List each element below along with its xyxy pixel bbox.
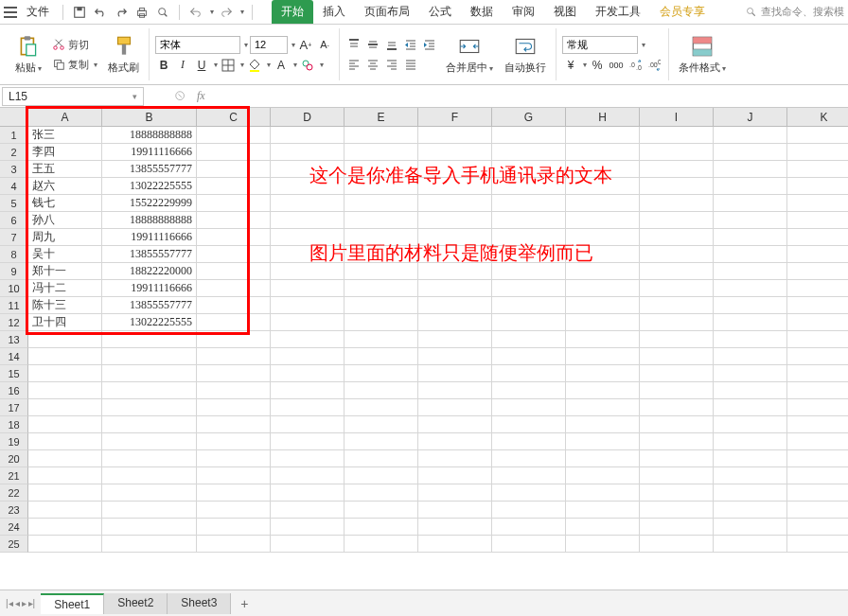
- cell-F12[interactable]: [418, 314, 492, 331]
- cell-B12[interactable]: 13022225555: [102, 314, 197, 331]
- cell-D15[interactable]: [271, 365, 344, 382]
- align-top-icon[interactable]: [345, 36, 362, 53]
- add-sheet-button[interactable]: +: [231, 596, 257, 611]
- cell-E10[interactable]: [344, 280, 418, 297]
- cell-G21[interactable]: [492, 467, 566, 484]
- col-header-D[interactable]: D: [271, 108, 344, 127]
- cell-K16[interactable]: [787, 382, 848, 399]
- cell-J23[interactable]: [714, 502, 787, 519]
- tab-开始[interactable]: 开始: [272, 0, 313, 24]
- sheet-prev-icon[interactable]: ◂: [15, 598, 20, 608]
- cell-D14[interactable]: [271, 348, 344, 365]
- row-header-17[interactable]: 17: [0, 399, 28, 416]
- bold-button[interactable]: B: [155, 57, 172, 74]
- cell-E5[interactable]: [344, 195, 418, 212]
- row-header-22[interactable]: 22: [0, 484, 28, 502]
- cell-H1[interactable]: [566, 127, 640, 144]
- cancel-fx-icon[interactable]: [174, 90, 187, 103]
- cell-B4[interactable]: 13022225555: [102, 178, 197, 195]
- row-header-15[interactable]: 15: [0, 365, 28, 382]
- cell-A13[interactable]: [28, 331, 102, 348]
- cell-A18[interactable]: [28, 416, 102, 433]
- cell-C16[interactable]: [197, 382, 271, 399]
- cell-K22[interactable]: [787, 484, 848, 502]
- cell-E13[interactable]: [344, 331, 418, 348]
- cell-E18[interactable]: [344, 416, 418, 433]
- cell-C17[interactable]: [197, 399, 271, 416]
- row-header-11[interactable]: 11: [0, 297, 28, 314]
- cell-F25[interactable]: [418, 536, 492, 553]
- paste-button[interactable]: 粘贴▾: [11, 32, 45, 77]
- row-header-5[interactable]: 5: [0, 195, 28, 212]
- cell-A17[interactable]: [28, 399, 102, 416]
- cell-H2[interactable]: [566, 144, 640, 161]
- cell-G20[interactable]: [492, 450, 566, 467]
- cell-F23[interactable]: [418, 502, 492, 519]
- cell-E1[interactable]: [344, 127, 418, 144]
- app-menu-icon[interactable]: [4, 7, 17, 18]
- cell-G13[interactable]: [492, 331, 566, 348]
- cell-K8[interactable]: [787, 246, 848, 263]
- cell-J12[interactable]: [714, 314, 787, 331]
- cell-F1[interactable]: [418, 127, 492, 144]
- row-header-9[interactable]: 9: [0, 263, 28, 280]
- cell-B24[interactable]: [102, 519, 197, 536]
- wrap-text-button[interactable]: 自动换行: [501, 32, 550, 77]
- align-center-icon[interactable]: [364, 56, 381, 73]
- row-header-16[interactable]: 16: [0, 382, 28, 399]
- sheet-first-icon[interactable]: |◂: [6, 598, 13, 608]
- cell-A6[interactable]: 孙八: [28, 212, 102, 229]
- cell-G10[interactable]: [492, 280, 566, 297]
- cell-H13[interactable]: [566, 331, 640, 348]
- tab-会员专享[interactable]: 会员专享: [650, 0, 715, 24]
- cell-K1[interactable]: [787, 127, 848, 144]
- cell-K19[interactable]: [787, 433, 848, 450]
- cell-G6[interactable]: [492, 212, 566, 229]
- row-header-21[interactable]: 21: [0, 467, 28, 484]
- cell-G11[interactable]: [492, 297, 566, 314]
- cell-F24[interactable]: [418, 519, 492, 536]
- cell-J21[interactable]: [714, 467, 787, 484]
- cell-K6[interactable]: [787, 212, 848, 229]
- cell-A12[interactable]: 卫十四: [28, 314, 102, 331]
- cell-D13[interactable]: [271, 331, 344, 348]
- cell-H18[interactable]: [566, 416, 640, 433]
- cell-B25[interactable]: [102, 536, 197, 553]
- cell-J22[interactable]: [714, 484, 787, 502]
- cell-E22[interactable]: [344, 484, 418, 502]
- cell-H17[interactable]: [566, 399, 640, 416]
- cell-C12[interactable]: [197, 314, 271, 331]
- cell-E2[interactable]: [344, 144, 418, 161]
- cell-K10[interactable]: [787, 280, 848, 297]
- cell-A1[interactable]: 张三: [28, 127, 102, 144]
- cell-C21[interactable]: [197, 467, 271, 484]
- print-icon[interactable]: [133, 4, 150, 21]
- cell-B7[interactable]: 19911116666: [102, 229, 197, 246]
- cell-B19[interactable]: [102, 433, 197, 450]
- cell-B20[interactable]: [102, 450, 197, 467]
- cell-I19[interactable]: [640, 433, 714, 450]
- cell-F14[interactable]: [418, 348, 492, 365]
- align-bottom-icon[interactable]: [383, 36, 400, 53]
- cell-A24[interactable]: [28, 519, 102, 536]
- cell-K2[interactable]: [787, 144, 848, 161]
- tab-视图[interactable]: 视图: [544, 0, 586, 24]
- cell-C5[interactable]: [197, 195, 271, 212]
- cell-B16[interactable]: [102, 382, 197, 399]
- cell-J8[interactable]: [714, 246, 787, 263]
- cell-G22[interactable]: [492, 484, 566, 502]
- cell-C15[interactable]: [197, 365, 271, 382]
- conditional-format-button[interactable]: 条件格式▾: [675, 32, 730, 77]
- sheet-tab-Sheet3[interactable]: Sheet3: [168, 593, 231, 614]
- cell-J20[interactable]: [714, 450, 787, 467]
- cell-H6[interactable]: [566, 212, 640, 229]
- cell-I20[interactable]: [640, 450, 714, 467]
- cell-C23[interactable]: [197, 502, 271, 519]
- cell-I17[interactable]: [640, 399, 714, 416]
- cell-C9[interactable]: [197, 263, 271, 280]
- tab-插入[interactable]: 插入: [313, 0, 355, 24]
- cell-E11[interactable]: [344, 297, 418, 314]
- format-painter-button[interactable]: 格式刷: [104, 32, 143, 77]
- cell-H5[interactable]: [566, 195, 640, 212]
- cell-H11[interactable]: [566, 297, 640, 314]
